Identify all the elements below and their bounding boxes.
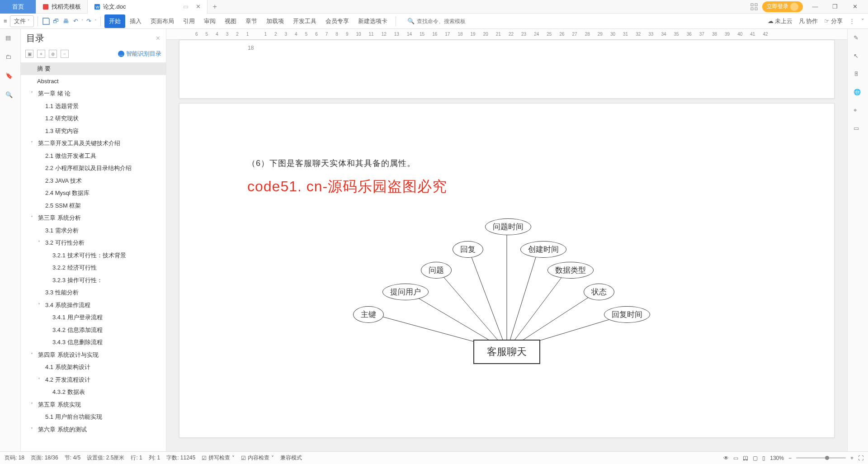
add-below-icon[interactable]: ⊕ [49,50,57,58]
document-canvas[interactable]: 6543211234567891011121314151617181920212… [166,29,847,451]
ribbon-tab-2[interactable]: 页面布局 [146,14,179,28]
spellcheck-toggle[interactable]: ☑ 拼写检查 ˅ [202,454,235,462]
toc-item[interactable]: 4.1 系统架构设计 [21,361,166,374]
toc-item[interactable]: ˅第二章开发工具及关键技术介绍 [21,137,166,150]
panel-close-icon[interactable]: ✕ [156,35,160,42]
toc-item[interactable]: 2.1 微信开发者工具 [21,150,166,162]
search-input[interactable] [417,18,476,24]
toc-item[interactable]: 3.4.1 用户登录流程 [21,311,166,324]
undo-icon[interactable]: ↶ [71,17,80,26]
close-icon[interactable]: ✕ [196,3,201,10]
toc-list[interactable]: 摘 要Abstract˅第一章 绪 论1.1 选题背景1.2 研究现状1.3 研… [21,61,166,451]
expand-all-icon[interactable]: ▣ [25,50,33,58]
view-outline-icon[interactable]: 🕮 [743,455,748,461]
bookmark-icon[interactable]: 🔖 [5,72,15,82]
ribbon-tab-6[interactable]: 章节 [241,14,262,28]
toc-item[interactable]: 2.5 SSM 框架 [21,199,166,212]
smart-toc-button[interactable]: …智能识别目录 [118,50,161,58]
ribbon-tab-1[interactable]: 插入 [125,14,146,28]
minimize-icon[interactable]: — [807,3,823,10]
settings-slider-icon[interactable]: 🎚 [854,71,863,80]
redo-dropdown-icon[interactable]: ˅ [94,19,97,24]
toc-item[interactable]: 2.2 小程序框架以及目录结构介绍 [21,162,166,175]
zoom-slider[interactable] [796,457,846,459]
remove-heading-icon[interactable]: − [61,50,69,58]
toc-item[interactable]: 4.3.2 数据表 [21,386,166,398]
more-icon[interactable]: ⋮ [849,18,855,24]
tab-document[interactable]: W 论文.doc ▭ ✕ [88,0,208,14]
horizontal-ruler[interactable]: 6543211234567891011121314151617181920212… [166,29,847,40]
status-words[interactable]: 字数: 11245 [166,454,195,462]
toc-item[interactable]: 3.4.3 信息删除流程 [21,336,166,349]
close-window-icon[interactable]: ✕ [847,3,863,10]
toc-item[interactable]: 2.3 JAVA 技术 [21,175,166,187]
zoom-out-icon[interactable]: − [788,455,792,461]
translate-icon[interactable]: 🌐 [854,89,863,98]
ribbon-tab-4[interactable]: 审阅 [199,14,220,28]
ribbon-tab-10[interactable]: 新建选项卡 [354,14,392,28]
toc-item[interactable]: 1.3 研究内容 [21,125,166,137]
fullscreen-icon[interactable]: ⛶ [858,455,863,461]
ribbon-tab-0[interactable]: 开始 [104,14,125,28]
toc-item[interactable]: 摘 要 [21,62,166,75]
toc-item[interactable]: ˅3.2 可行性分析 [21,237,166,249]
cloud-status[interactable]: ☁未上云 [768,17,793,25]
toc-item[interactable]: ˅3.4 系统操作流程 [21,299,166,312]
login-button[interactable]: 立即登录 [762,1,803,12]
zoom-thumb[interactable] [825,456,829,460]
outline-icon[interactable]: ▤ [5,34,15,44]
view-page-icon[interactable]: ▭ [733,455,738,461]
toc-item[interactable]: 1.1 选题背景 [21,100,166,113]
new-tab-button[interactable]: + [208,3,222,11]
toc-item[interactable]: 5.1 用户前台功能实现 [21,411,166,423]
tab-menu-icon[interactable]: ▭ [183,3,189,10]
command-search[interactable]: 🔍 [404,16,479,26]
print-preview-icon[interactable]: 🗗 [52,17,61,26]
ribbon-tab-9[interactable]: 会员专享 [321,14,354,28]
toc-item[interactable]: ˅第四章 系统设计与实现 [21,349,166,361]
toc-item[interactable]: ˅第一章 绪 论 [21,87,166,100]
toc-item[interactable]: 3.2.1 技术可行性：技术背景 [21,249,166,262]
ribbon-tab-3[interactable]: 引用 [179,14,199,28]
eye-icon[interactable]: 👁 [723,455,729,461]
save-icon[interactable] [42,17,51,26]
view-read-icon[interactable]: ▯ [762,455,765,461]
file-menu[interactable]: 文件˅ [10,15,34,27]
toc-item[interactable]: ˅第五章 系统实现 [21,398,166,411]
list-menu-icon[interactable]: ≡ [4,18,7,24]
pencil-icon[interactable]: ✎ [854,34,863,43]
status-setvalue[interactable]: 设置值: 2.5厘米 [87,454,124,462]
status-col[interactable]: 列: 1 [149,454,160,462]
add-heading-icon[interactable]: + [37,50,45,58]
toc-item[interactable]: 3.2.2 经济可行性 [21,261,166,274]
share-button[interactable]: ☞分享 [824,17,843,25]
toc-item[interactable]: 3.3 性能分析 [21,286,166,299]
tab-templates[interactable]: 找稻壳模板 [36,0,88,14]
status-page[interactable]: 页面: 18/36 [31,454,58,462]
status-pagecode[interactable]: 页码: 18 [5,454,24,462]
toc-item[interactable]: 3.2.3 操作可行性： [21,274,166,287]
folder-icon[interactable]: 🗀 [5,53,15,63]
location-icon[interactable]: ⌖ [854,107,863,116]
ribbon-tab-8[interactable]: 开发工具 [288,14,321,28]
redo-icon[interactable]: ↷ [85,17,94,26]
cooperate-button[interactable]: 凡协作 [799,17,818,25]
toc-item[interactable]: 1.2 研究现状 [21,112,166,125]
read-mode-icon[interactable]: ▭ [854,125,863,134]
print-icon[interactable]: 🖶 [61,17,71,26]
toc-item[interactable]: 3.1 需求分析 [21,224,166,237]
ribbon-tab-5[interactable]: 视图 [220,14,241,28]
maximize-icon[interactable]: ❐ [827,3,843,10]
ribbon-tab-7[interactable]: 加载项 [262,14,288,28]
toc-item[interactable]: Abstract [21,75,166,88]
contentcheck-toggle[interactable]: ☑ 内容检查 ˅ [241,454,274,462]
toc-item[interactable]: 2.4 Mysql 数据库 [21,187,166,199]
tab-home[interactable]: 首页 [0,0,36,14]
status-section[interactable]: 节: 4/5 [65,454,80,462]
compat-mode[interactable]: 兼容模式 [280,454,302,462]
apps-grid-icon[interactable] [750,3,758,10]
undo-dropdown-icon[interactable]: ˅ [81,19,84,24]
toc-item[interactable]: 3.4.2 信息添加流程 [21,324,166,336]
collapse-ribbon-icon[interactable]: ˅ [861,18,864,24]
zoom-level[interactable]: 130% [770,455,784,461]
